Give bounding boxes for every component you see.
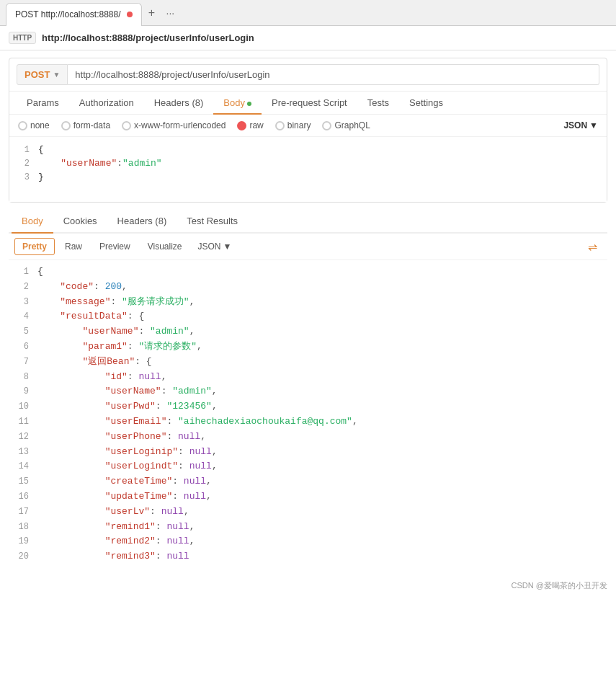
method-select[interactable]: POST ▼ bbox=[17, 64, 68, 85]
tab-authorization[interactable]: Authorization bbox=[69, 92, 144, 114]
resp-line-19: 19 "remind2": null, bbox=[9, 534, 607, 549]
request-body-editor[interactable]: 1 { 2 "userName":"admin" 3 } bbox=[9, 137, 607, 202]
option-graphql[interactable]: GraphQL bbox=[322, 120, 370, 130]
radio-none bbox=[18, 121, 27, 130]
tab-settings[interactable]: Settings bbox=[399, 92, 453, 114]
view-pretty[interactable]: Pretty bbox=[14, 238, 55, 255]
tab-headers[interactable]: Headers (8) bbox=[144, 92, 214, 114]
code-line-2: 2 "userName":"admin" bbox=[9, 156, 607, 170]
resp-line-12: 12 "userPhone": null, bbox=[9, 430, 607, 445]
response-nav-tabs: Body Cookies Headers (8) Test Results bbox=[9, 210, 607, 234]
tab-label: POST http://localhost:8888/ bbox=[15, 9, 121, 19]
view-preview[interactable]: Preview bbox=[92, 239, 138, 254]
tab-body[interactable]: Body bbox=[213, 92, 262, 114]
address-bar: HTTP http://localhost:8888/project/userI… bbox=[0, 26, 616, 50]
resp-line-15: 15 "createTime": null, bbox=[9, 474, 607, 489]
radio-urlencoded bbox=[122, 121, 131, 130]
resp-line-10: 10 "userPwd": "123456", bbox=[9, 399, 607, 414]
resp-tab-body[interactable]: Body bbox=[12, 210, 53, 232]
resp-tab-headers[interactable]: Headers (8) bbox=[107, 210, 177, 232]
radio-raw bbox=[237, 121, 246, 130]
response-body: 1 { 2 "code": 200, 3 "message": "服务请求成功"… bbox=[9, 260, 607, 569]
resp-line-9: 9 "userName": "admin", bbox=[9, 384, 607, 399]
resp-line-8: 8 "id": null, bbox=[9, 370, 607, 385]
json-chevron-icon: ▼ bbox=[589, 120, 598, 130]
request-section: POST ▼ Params Authorization Headers (8) … bbox=[9, 58, 607, 203]
option-binary[interactable]: binary bbox=[275, 120, 311, 130]
resp-tab-cookies[interactable]: Cookies bbox=[53, 210, 107, 232]
resp-format-chevron: ▼ bbox=[223, 241, 232, 252]
json-format-select[interactable]: JSON ▼ bbox=[563, 120, 598, 130]
option-urlencoded[interactable]: x-www-form-urlencoded bbox=[122, 120, 226, 130]
more-tabs-button[interactable]: ··· bbox=[162, 4, 179, 22]
resp-line-6: 6 "param1": "请求的参数", bbox=[9, 340, 607, 355]
resp-line-20: 20 "remind3": null bbox=[9, 549, 607, 564]
response-section: Body Cookies Headers (8) Test Results Pr… bbox=[9, 210, 607, 569]
address-url: http://localhost:8888/project/userInfo/u… bbox=[42, 32, 254, 43]
resp-line-7: 7 "返回Bean": { bbox=[9, 355, 607, 370]
tab-bar: POST http://localhost:8888/ + ··· bbox=[0, 0, 616, 26]
body-options: none form-data x-www-form-urlencoded raw… bbox=[9, 115, 607, 137]
view-raw[interactable]: Raw bbox=[58, 239, 89, 254]
radio-graphql bbox=[322, 121, 331, 130]
radio-form-data bbox=[61, 121, 71, 130]
resp-line-5: 5 "userName": "admin", bbox=[9, 324, 607, 340]
http-badge: HTTP bbox=[9, 32, 36, 44]
url-input[interactable] bbox=[68, 64, 599, 85]
code-line-1: 1 { bbox=[9, 143, 607, 156]
resp-line-1: 1 { bbox=[9, 265, 607, 280]
code-line-3: 3 } bbox=[9, 170, 607, 184]
option-form-data[interactable]: form-data bbox=[61, 120, 110, 130]
request-nav-tabs: Params Authorization Headers (8) Body Pr… bbox=[9, 92, 607, 115]
method-url-bar: POST ▼ bbox=[9, 58, 607, 92]
resp-line-11: 11 "userEmail": "aihechadexiaochoukaifa@… bbox=[9, 414, 607, 430]
resp-tab-test-results[interactable]: Test Results bbox=[177, 210, 248, 232]
resp-line-16: 16 "updateTime": null, bbox=[9, 489, 607, 505]
method-chevron: ▼ bbox=[53, 71, 60, 79]
resp-wrap-icon[interactable]: ⇌ bbox=[584, 239, 602, 255]
new-tab-button[interactable]: + bbox=[142, 3, 162, 23]
method-label: POST bbox=[24, 69, 50, 80]
resp-line-17: 17 "userLv": null, bbox=[9, 505, 607, 520]
resp-line-3: 3 "message": "服务请求成功", bbox=[9, 295, 607, 310]
resp-line-4: 4 "resultData": { bbox=[9, 309, 607, 324]
radio-binary bbox=[275, 121, 285, 130]
resp-line-13: 13 "userLoginip": null, bbox=[9, 445, 607, 460]
option-raw[interactable]: raw bbox=[237, 120, 263, 130]
view-visualize[interactable]: Visualize bbox=[140, 239, 189, 254]
resp-line-14: 14 "userLogindt": null, bbox=[9, 459, 607, 474]
resp-format-select[interactable]: JSON ▼ bbox=[198, 241, 232, 252]
response-toolbar: Pretty Raw Preview Visualize JSON ▼ ⇌ bbox=[9, 234, 607, 260]
resp-line-18: 18 "remind1": null, bbox=[9, 520, 607, 535]
tab-dot bbox=[127, 12, 133, 17]
tab-pre-request[interactable]: Pre-request Script bbox=[262, 92, 357, 114]
tab-params[interactable]: Params bbox=[17, 92, 69, 114]
resp-line-2: 2 "code": 200, bbox=[9, 280, 607, 295]
active-tab[interactable]: POST http://localhost:8888/ bbox=[6, 3, 142, 26]
option-none[interactable]: none bbox=[18, 120, 50, 130]
tab-tests[interactable]: Tests bbox=[357, 92, 399, 114]
body-dot bbox=[247, 102, 251, 106]
watermark: CSDN @爱喝茶的小丑开发 bbox=[0, 576, 616, 595]
